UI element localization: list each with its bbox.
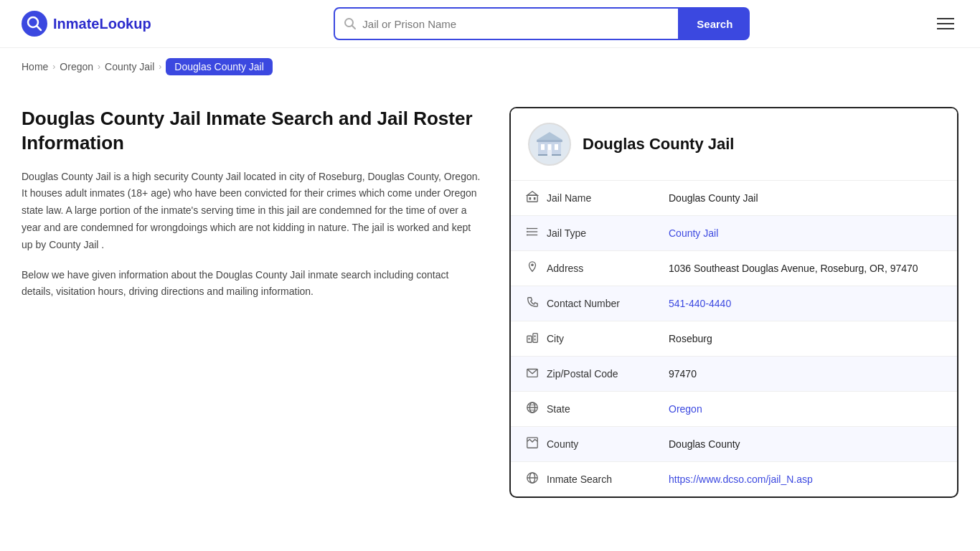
- row-label: Zip/Postal Code: [547, 368, 618, 380]
- info-table: Jail NameDouglas County JailJail TypeCou…: [511, 181, 957, 496]
- chevron-icon-1: ›: [52, 62, 55, 72]
- search-bar: Search: [334, 7, 750, 40]
- left-column: Douglas County Jail Inmate Search and Ja…: [22, 107, 481, 301]
- search-globe-icon: [525, 471, 540, 487]
- svg-rect-7: [555, 144, 558, 150]
- table-row: CountyDouglas County: [511, 427, 957, 462]
- county-icon: [525, 436, 540, 452]
- svg-rect-24: [533, 334, 537, 343]
- row-label: Inmate Search: [547, 474, 612, 485]
- search-button[interactable]: Search: [679, 7, 750, 40]
- row-value[interactable]: County Jail: [654, 216, 957, 251]
- table-row: StateOregon: [511, 392, 957, 427]
- svg-line-1: [37, 27, 42, 31]
- row-value[interactable]: 541-440-4440: [654, 286, 957, 321]
- main-content: Douglas County Jail Inmate Search and Ja…: [0, 85, 980, 519]
- row-link[interactable]: 541-440-4440: [669, 298, 731, 309]
- breadcrumb-state[interactable]: Oregon: [60, 61, 93, 72]
- row-label: County: [547, 438, 578, 450]
- card-header: Douglas County Jail: [511, 108, 957, 181]
- svg-marker-9: [537, 132, 562, 140]
- city-icon: [525, 331, 540, 347]
- row-label: Address: [547, 263, 583, 274]
- row-label-cell: Address: [525, 260, 640, 276]
- logo-text: InmateLookup: [53, 16, 151, 32]
- row-label-cell: Inmate Search: [525, 471, 640, 487]
- mail-icon: [525, 366, 540, 382]
- table-row: Contact Number541-440-4440: [511, 286, 957, 321]
- row-link[interactable]: Oregon: [669, 403, 702, 415]
- globe-icon: [525, 401, 540, 417]
- phone-icon: [525, 296, 540, 311]
- table-row: Inmate Searchhttps://www.dcso.com/jail_N…: [511, 462, 957, 497]
- svg-marker-15: [527, 192, 537, 195]
- row-label-cell: Jail Type: [525, 225, 640, 241]
- svg-rect-8: [537, 140, 562, 142]
- row-label: Jail Name: [547, 192, 591, 204]
- row-link[interactable]: https://www.dcso.com/jail_N.asp: [669, 474, 813, 485]
- svg-rect-25: [529, 338, 530, 340]
- row-label-cell: County: [525, 436, 640, 452]
- courthouse-icon: [535, 130, 564, 159]
- table-row: Jail NameDouglas County Jail: [511, 181, 957, 216]
- row-value: Douglas County: [654, 427, 957, 462]
- row-label-cell: Jail Name: [525, 190, 640, 206]
- row-label: State: [547, 403, 570, 415]
- table-row: Jail TypeCounty Jail: [511, 216, 957, 251]
- jail-icon: [525, 190, 540, 206]
- row-label: Jail Type: [547, 227, 586, 239]
- row-label-cell: City: [525, 331, 640, 347]
- chevron-icon-3: ›: [159, 62, 161, 72]
- row-value[interactable]: https://www.dcso.com/jail_N.asp: [654, 462, 957, 497]
- svg-rect-13: [529, 197, 532, 200]
- page-title: Douglas County Jail Inmate Search and Ja…: [22, 107, 481, 156]
- svg-line-3: [352, 26, 356, 29]
- jail-avatar: [528, 123, 571, 166]
- row-value: Douglas County Jail: [654, 181, 957, 216]
- row-value: Roseburg: [654, 321, 957, 357]
- row-label: City: [547, 333, 564, 344]
- list-icon: [525, 225, 540, 241]
- row-link[interactable]: County Jail: [669, 227, 718, 239]
- svg-rect-11: [547, 150, 552, 156]
- chevron-icon-2: ›: [98, 62, 100, 72]
- table-row: Zip/Postal Code97470: [511, 357, 957, 392]
- row-label: Contact Number: [547, 298, 620, 309]
- search-icon: [344, 17, 357, 30]
- svg-point-19: [527, 228, 528, 230]
- page-description2: Below we have given information about th…: [22, 267, 481, 301]
- menu-button[interactable]: [933, 14, 958, 34]
- breadcrumb: Home › Oregon › County Jail › Douglas Co…: [0, 48, 980, 85]
- breadcrumb-home[interactable]: Home: [22, 61, 48, 72]
- row-value: 97470: [654, 357, 957, 392]
- row-value: 1036 Southeast Douglas Avenue, Roseburg,…: [654, 251, 957, 286]
- breadcrumb-category[interactable]: County Jail: [105, 61, 154, 72]
- table-row: Address1036 Southeast Douglas Avenue, Ro…: [511, 251, 957, 286]
- svg-rect-5: [541, 144, 545, 150]
- svg-rect-26: [534, 335, 536, 337]
- row-value[interactable]: Oregon: [654, 392, 957, 427]
- page-description1: Douglas County Jail is a high security C…: [22, 169, 481, 254]
- hamburger-line2: [937, 23, 954, 24]
- pin-icon: [525, 260, 540, 276]
- svg-rect-14: [534, 197, 536, 200]
- row-label-cell: State: [525, 401, 640, 417]
- search-input-wrapper: [334, 7, 679, 40]
- card-title: Douglas County Jail: [583, 135, 734, 154]
- hamburger-line1: [937, 18, 954, 19]
- svg-point-20: [527, 231, 528, 232]
- logo-icon: [22, 11, 47, 37]
- header: InmateLookup Search: [0, 0, 980, 48]
- hamburger-line3: [937, 28, 954, 29]
- svg-rect-12: [527, 195, 537, 202]
- row-label-cell: Zip/Postal Code: [525, 366, 640, 382]
- svg-point-21: [527, 235, 528, 236]
- svg-rect-6: [548, 144, 552, 150]
- svg-rect-27: [534, 339, 536, 341]
- table-row: CityRoseburg: [511, 321, 957, 357]
- logo-link[interactable]: InmateLookup: [22, 11, 151, 37]
- svg-point-22: [531, 264, 534, 267]
- search-input[interactable]: [357, 18, 669, 30]
- info-card: Douglas County Jail Jail NameDouglas Cou…: [509, 107, 958, 498]
- row-label-cell: Contact Number: [525, 296, 640, 311]
